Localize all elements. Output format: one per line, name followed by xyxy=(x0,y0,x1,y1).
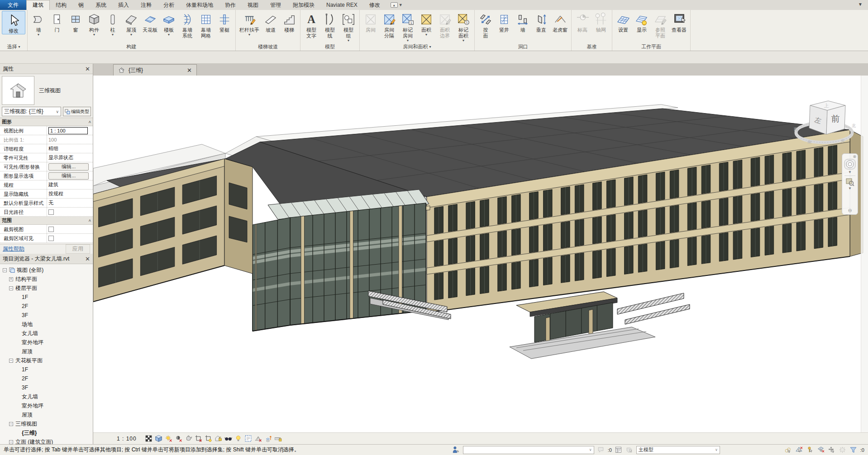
view-tab-3d[interactable]: {三维} ✕ xyxy=(113,64,197,76)
property-value[interactable]: 精细 xyxy=(47,144,93,153)
ribbon-button-窗[interactable]: 窗 xyxy=(67,11,85,33)
ribbon-tab-分析[interactable]: 分析 xyxy=(157,0,180,10)
property-value[interactable]: 无 xyxy=(47,199,93,207)
tree-item-结构平面[interactable]: +结构平面 xyxy=(0,275,93,284)
ribbon-button-门[interactable]: 门 xyxy=(48,11,66,33)
tree-item-屋顶[interactable]: 屋顶 xyxy=(0,347,93,356)
dropdown-arrow-icon[interactable]: ▼ xyxy=(248,33,251,36)
collapse-chevron-icon[interactable]: ˄ xyxy=(89,120,91,124)
properties-help-link[interactable]: 属性帮助 xyxy=(3,245,24,253)
value-input[interactable]: 1 : 100 xyxy=(48,127,88,134)
properties-header[interactable]: 属性 ✕ xyxy=(0,64,93,74)
dropdown-arrow-icon[interactable]: ▼ xyxy=(93,33,96,36)
type-selector-combo[interactable]: 三维视图: {三维} ∨ xyxy=(2,107,61,116)
wheel-menu-arrow-icon[interactable]: ▼ xyxy=(848,170,852,174)
ribbon-button-老虎窗[interactable]: 老虎窗 xyxy=(551,11,569,33)
property-value[interactable]: 显示原状态 xyxy=(47,153,93,162)
file-menu-button[interactable]: 文件 xyxy=(0,0,26,10)
ribbon-button-面积[interactable]: 面积▼ xyxy=(417,11,435,37)
property-value[interactable]: 编辑... xyxy=(47,171,93,180)
tabbar-overflow-icon[interactable]: ▼ xyxy=(858,2,863,7)
ribbon-button-幕墙系统[interactable]: 幕墙 系统 xyxy=(178,11,196,39)
3d-building-model[interactable] xyxy=(93,76,868,432)
ribbon-tab-Naviate REX[interactable]: Naviate REX xyxy=(320,0,363,10)
ribbon-button-修改[interactable]: 修改 xyxy=(2,11,25,34)
navbar-close-icon[interactable]: ⊗ xyxy=(853,155,856,158)
view-scale-button[interactable]: 1 : 100 xyxy=(117,436,137,442)
ribbon-collapse-control[interactable]: ▲ ▼ xyxy=(391,0,403,10)
tree-expander-icon[interactable]: − xyxy=(9,440,13,444)
rendering-dialog-icon[interactable] xyxy=(184,434,193,443)
ribbon-button-设置[interactable]: 设置 xyxy=(614,11,632,33)
ribbon-button-栏杆扶手[interactable]: 栏杆扶手▼ xyxy=(238,11,261,37)
property-value[interactable] xyxy=(47,208,93,216)
property-value[interactable]: 编辑... xyxy=(47,162,93,171)
reveal-hidden-elements-icon[interactable] xyxy=(234,434,243,443)
panel-dropdown-icon[interactable]: ▾ xyxy=(18,45,20,49)
tree-item-女儿墙[interactable]: 女儿墙 xyxy=(0,392,93,401)
view-tab-close-icon[interactable]: ✕ xyxy=(187,67,192,74)
select-pinned-icon[interactable] xyxy=(806,446,814,454)
ribbon-button-查看器[interactable]: 查看器 xyxy=(670,11,688,33)
ribbon-button-楼板[interactable]: 楼板▼ xyxy=(160,11,178,37)
project-browser-close-icon[interactable]: ✕ xyxy=(85,256,90,262)
property-value[interactable]: 按规程 xyxy=(47,190,93,198)
tree-expander-icon[interactable]: − xyxy=(3,268,7,272)
ribbon-button-模型组[interactable]: 模型 组▼ xyxy=(339,11,358,43)
active-workset-combo[interactable]: ∨ xyxy=(463,446,594,454)
tree-expander-icon[interactable]: − xyxy=(9,286,13,290)
tree-item-{三维}[interactable]: {三维} xyxy=(0,428,93,437)
ribbon-button-楼梯[interactable]: 楼梯 xyxy=(280,11,298,33)
tree-item-天花板平面[interactable]: −天花板平面 xyxy=(0,356,93,365)
ribbon-button-构件[interactable]: 构件▼ xyxy=(85,11,103,37)
temporary-hide-isolate-icon[interactable] xyxy=(224,434,233,443)
drawing-canvas[interactable]: 西 南 东 北 上 左 前 ⊗ xyxy=(93,76,868,444)
property-section-图形[interactable]: 图形˄ xyxy=(0,118,93,126)
ribbon-button-柱[interactable]: 柱▼ xyxy=(104,11,122,37)
detail-level-icon[interactable] xyxy=(144,434,153,443)
property-value[interactable]: 1 : 100 xyxy=(47,126,93,135)
edit-button[interactable]: 编辑... xyxy=(48,163,89,171)
navbar-minimize-icon[interactable]: ⊖ xyxy=(848,208,852,213)
ribbon-tab-插入[interactable]: 插入 xyxy=(112,0,135,10)
ribbon-tab-修改[interactable]: 修改 xyxy=(363,0,386,10)
ribbon-button-坡道[interactable]: 坡道 xyxy=(262,11,280,33)
steering-wheel-icon[interactable] xyxy=(844,158,856,170)
ribbon-button-天花板[interactable]: 天花板 xyxy=(141,11,159,33)
drag-on-selection-icon[interactable] xyxy=(828,446,836,454)
edit-type-button[interactable]: 编辑类型 xyxy=(63,107,91,116)
ribbon-button-幕墙网格[interactable]: 幕墙 网格 xyxy=(197,11,215,39)
selection-filter-icon[interactable] xyxy=(849,446,858,454)
ribbon-button-模型线[interactable]: 模型 线 xyxy=(321,11,339,39)
select-by-face-icon[interactable] xyxy=(817,446,825,454)
tree-item-室外地坪[interactable]: 室外地坪 xyxy=(0,401,93,410)
show-crop-region-icon[interactable] xyxy=(204,434,213,443)
highlight-displacement-sets-icon[interactable] xyxy=(264,434,272,443)
dropdown-arrow-icon[interactable]: ▼ xyxy=(347,39,350,42)
zoom-region-icon[interactable] xyxy=(845,177,854,186)
ribbon-button-屋顶[interactable]: 屋顶▼ xyxy=(122,11,140,37)
tree-item-场地[interactable]: 场地 xyxy=(0,320,93,329)
tree-item-屋顶[interactable]: 屋顶 xyxy=(0,410,93,419)
ribbon-button-墙[interactable]: 墙▼ xyxy=(29,11,48,37)
collapse-chevron-icon[interactable]: ˄ xyxy=(89,218,91,223)
ribbon-button-垂直[interactable]: 垂直 xyxy=(532,11,550,33)
ribbon-tab-钢[interactable]: 钢 xyxy=(72,0,90,10)
tree-expander-icon[interactable]: − xyxy=(9,422,13,426)
ribbon-tab-视图[interactable]: 视图 xyxy=(242,0,264,10)
ribbon-button-按面[interactable]: 按 面 xyxy=(477,11,495,39)
ribbon-button-房间分隔[interactable]: 房间 分隔 xyxy=(380,11,398,39)
visual-style-icon[interactable] xyxy=(154,434,163,443)
ribbon-button-模型文字[interactable]: A模型 文字 xyxy=(302,11,320,39)
property-value[interactable] xyxy=(47,225,93,233)
ribbon-button-标记房间[interactable]: 1标记 房间▼ xyxy=(399,11,417,43)
property-value[interactable] xyxy=(47,234,93,242)
tree-item-楼层平面[interactable]: −楼层平面 xyxy=(0,284,93,293)
editing-requests-icon[interactable] xyxy=(597,446,605,454)
ribbon-button-标记面积[interactable]: 1标记 面积▼ xyxy=(454,11,472,43)
crop-view-icon[interactable] xyxy=(194,434,203,443)
tree-item-三维视图[interactable]: −三维视图 xyxy=(0,419,93,428)
tree-item-3F[interactable]: 3F xyxy=(0,311,93,320)
ribbon-tab-协作[interactable]: 协作 xyxy=(219,0,242,10)
tree-expander-icon[interactable]: + xyxy=(9,277,13,281)
